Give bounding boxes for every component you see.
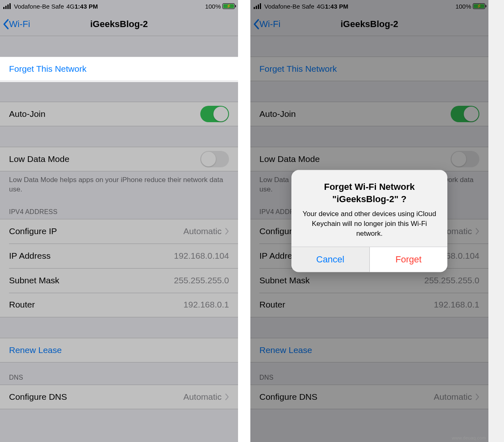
alert-message: Your device and other devices using iClo…: [300, 209, 439, 238]
spacer: [0, 317, 238, 338]
configure-dns-label: Configure DNS: [9, 392, 183, 402]
auto-join-toggle[interactable]: [200, 106, 229, 122]
spacer: [0, 36, 238, 57]
nav-bar: Wi-Fi iGeeksBlog-2: [0, 12, 238, 36]
low-data-label: Low Data Mode: [9, 154, 200, 164]
router-value: 192.168.0.1: [183, 300, 229, 310]
configure-dns-value: Automatic: [183, 392, 222, 402]
right-screenshot: Vodafone-Be Safe 4G 1:43 PM 100% ⚡ Wi-Fi…: [250, 0, 488, 442]
configure-ip-label: Configure IP: [9, 226, 183, 236]
ipv4-group: Configure IP Automatic IP Address 192.16…: [0, 219, 238, 317]
forget-alert: Forget Wi-Fi Network "iGeeksBlog-2" ? Yo…: [291, 170, 447, 272]
back-button[interactable]: Wi-Fi: [0, 18, 30, 30]
page-title: iGeeksBlog-2: [0, 19, 238, 30]
watermark: www.deuaq.com: [452, 435, 486, 440]
alert-title: Forget Wi-Fi Network "iGeeksBlog-2" ?: [300, 181, 439, 205]
ipv4-header: IPV4 ADDRESS: [0, 197, 238, 219]
configure-ip-row[interactable]: Configure IP Automatic: [0, 219, 238, 244]
forget-network-label: Forget This Network: [9, 64, 87, 74]
forget-network-row[interactable]: Forget This Network: [0, 57, 238, 81]
screenshot-gap: [238, 0, 250, 442]
ip-address-label: IP Address: [9, 251, 174, 261]
renew-lease-row[interactable]: Renew Lease: [0, 338, 238, 362]
ip-address-row: IP Address 192.168.0.104: [0, 244, 238, 268]
subnet-row: Subnet Mask 255.255.255.0: [0, 268, 238, 293]
router-label: Router: [9, 300, 183, 310]
configure-ip-value: Automatic: [183, 226, 222, 236]
status-bar: Vodafone-Be Safe 4G 1:43 PM 100% ⚡: [0, 0, 238, 12]
status-time: 1:43 PM: [75, 3, 205, 10]
low-data-row[interactable]: Low Data Mode: [0, 147, 238, 171]
chevron-right-icon: [225, 393, 229, 401]
alert-actions: Cancel Forget: [291, 246, 447, 272]
auto-join-label: Auto-Join: [9, 109, 200, 119]
chevron-right-icon: [225, 228, 229, 235]
ip-address-value: 192.168.0.104: [174, 251, 229, 261]
battery-percent: 100%: [205, 3, 221, 10]
alert-forget-button[interactable]: Forget: [369, 247, 448, 272]
subnet-value: 255.255.255.0: [174, 276, 229, 285]
carrier-label: Vodafone-Be Safe: [14, 3, 64, 10]
auto-join-row[interactable]: Auto-Join: [0, 102, 238, 126]
spacer: [0, 126, 238, 147]
subnet-label: Subnet Mask: [9, 276, 174, 285]
chevron-left-icon: [2, 18, 9, 30]
low-data-toggle[interactable]: [200, 151, 229, 167]
left-screenshot: Vodafone-Be Safe 4G 1:43 PM 100% ⚡ Wi-Fi…: [0, 0, 238, 442]
renew-lease-label: Renew Lease: [9, 345, 62, 355]
low-data-footer: Low Data Mode helps apps on your iPhone …: [0, 171, 238, 197]
signal-icon: [3, 3, 11, 9]
router-row: Router 192.168.0.1: [0, 293, 238, 317]
spacer: [0, 81, 238, 102]
back-label: Wi-Fi: [9, 19, 30, 30]
dns-header: DNS: [0, 362, 238, 385]
battery-icon: ⚡: [222, 3, 235, 9]
network-label: 4G: [66, 3, 75, 10]
configure-dns-row[interactable]: Configure DNS Automatic: [0, 385, 238, 409]
alert-cancel-button[interactable]: Cancel: [291, 247, 369, 272]
